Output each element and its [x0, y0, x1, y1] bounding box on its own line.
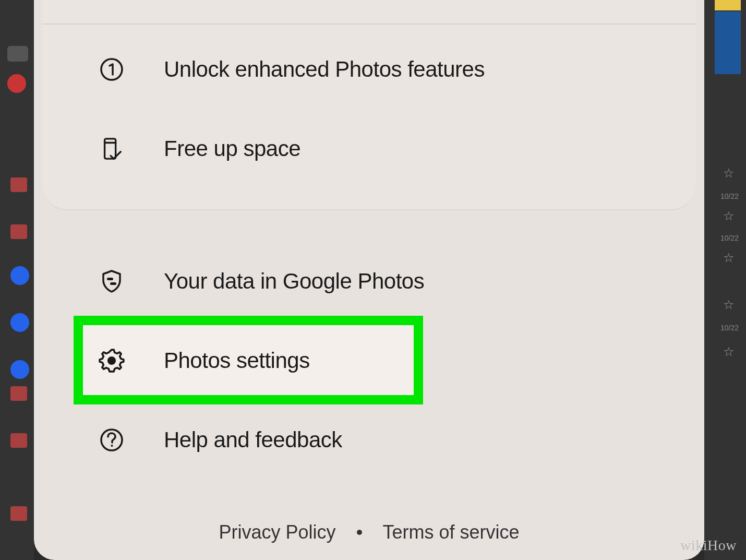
bg-date: 10/22 — [720, 234, 739, 242]
menu-label: Unlock enhanced Photos features — [164, 57, 485, 82]
svg-rect-4 — [110, 282, 116, 285]
one-circle-icon — [97, 55, 126, 84]
menu-item-unlock-features[interactable]: Unlock enhanced Photos features — [42, 30, 696, 109]
watermark: wikiHow — [680, 537, 737, 554]
menu-item-your-data[interactable]: Your data in Google Photos — [42, 242, 696, 321]
bg-date: 10/22 — [720, 324, 739, 332]
bg-date: 10/22 — [720, 192, 739, 200]
menu-item-free-up-space[interactable]: Free up space — [42, 109, 696, 188]
menu-label: Help and feedback — [164, 427, 342, 452]
menu-label: Your data in Google Photos — [164, 269, 424, 294]
menu-item-help-feedback[interactable]: Help and feedback — [42, 400, 696, 480]
separator-dot — [357, 530, 362, 535]
svg-point-7 — [111, 445, 113, 447]
menu-item-photos-settings[interactable]: Photos settings — [42, 321, 696, 400]
menu-label: Free up space — [164, 136, 300, 161]
terms-link[interactable]: Terms of service — [383, 521, 520, 543]
svg-point-0 — [101, 59, 122, 80]
svg-rect-3 — [107, 278, 113, 280]
menu-label: Photos settings — [164, 348, 310, 373]
help-icon — [97, 425, 126, 455]
gear-icon — [97, 346, 126, 375]
phone-check-icon — [97, 134, 126, 163]
settings-menu-modal: Unlock enhanced Photos features Free up … — [34, 0, 704, 560]
svg-point-5 — [109, 358, 115, 364]
privacy-policy-link[interactable]: Privacy Policy — [219, 521, 335, 543]
shield-privacy-icon — [97, 267, 126, 296]
footer-links: Privacy Policy Terms of service — [42, 506, 696, 543]
